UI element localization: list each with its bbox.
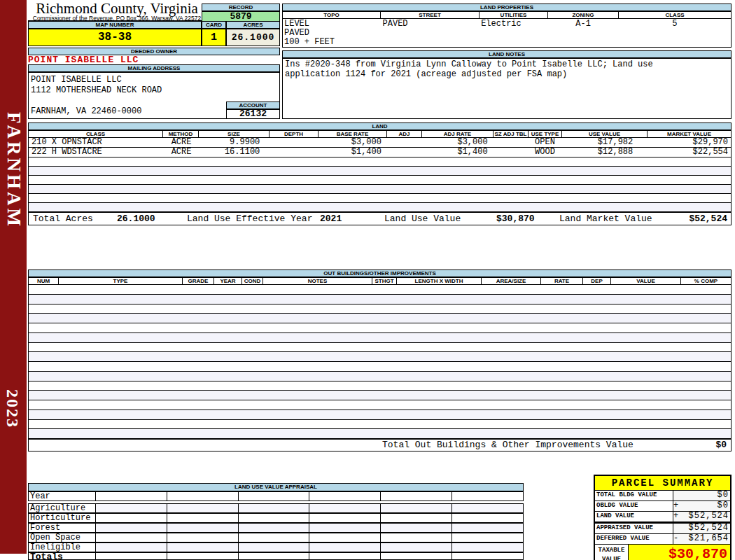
land-section-title: LAND: [28, 122, 732, 130]
land-use-value-label: Land Use Value: [384, 213, 461, 225]
out-buildings-empty-rows: [28, 285, 732, 439]
total-acres-label: Total Acres: [33, 213, 93, 225]
mailing-line: 1112 MOTHERSHEAD NECK ROAD: [31, 85, 279, 96]
appraisal-row-totals: Totals: [28, 552, 524, 560]
mailing-line: POINT ISABELLE LLC: [31, 75, 279, 85]
effective-year-value: 2021: [320, 213, 342, 225]
summary-row-land-value: LAND VALUE + $52,524: [595, 512, 730, 522]
taxable-value: $30,870: [629, 545, 730, 560]
taxable-value-label: TAXABLE VALUE: [595, 545, 629, 560]
land-table-headers: CLASS METHOD SIZE DEPTH BASE RATE ADJ AD…: [28, 130, 732, 138]
col-topo: TOPO: [282, 11, 381, 19]
land-notes-body: Ins #2020-348 from Virginia Lynn Callowa…: [282, 58, 732, 119]
appraisal-row-year: Year: [28, 491, 524, 501]
col-zoning: ZONING: [548, 11, 619, 19]
record-label: RECORD: [202, 4, 280, 11]
utilities-value: Electric: [479, 19, 548, 47]
land-totals-row: Total Acres 26.1000 Land Use Effective Y…: [28, 212, 732, 225]
property-record-card: FARNHAM 2023 Richmond County, Virginia C…: [0, 0, 735, 560]
card-value: 1: [202, 29, 226, 46]
map-number-value: 38-38: [28, 29, 202, 46]
land-table-row: 210 X OPNSTACR ACRE 9.9900 $3,000 $3,000…: [28, 138, 732, 148]
summary-row-appraised: APPRAISED VALUE $52,524: [595, 522, 730, 534]
land-properties-title: LAND PROPERTIES: [282, 4, 732, 11]
deeded-owner-value: POINT ISABELLE LLC: [28, 55, 280, 64]
land-use-value: $30,870: [496, 213, 535, 225]
col-street: STREET: [381, 11, 479, 19]
summary-row-total-bldg: TOTAL BLDG VALUE $0: [595, 491, 730, 501]
out-buildings-title: OUT BUILDINGS/OTHER IMPROVEMENTS: [28, 270, 732, 277]
street-value: PAVED: [382, 19, 480, 47]
land-empty-rows: [28, 158, 732, 212]
land-properties-values: LEVEL PAVED 100 + FEET PAVED Electric A-…: [282, 19, 732, 48]
summary-row-taxable: TAXABLE VALUE $30,870: [595, 545, 730, 560]
land-notes-title: LAND NOTES: [282, 50, 732, 58]
map-number-label: MAP NUMBER: [28, 21, 202, 29]
summary-row-deferred: DEFERRED VALUE - $21,654: [595, 534, 730, 545]
land-notes-line: application 1124 for 2021 (acreage adjus…: [285, 69, 729, 79]
acres-label: ACRES: [226, 21, 280, 29]
parcel-summary-title: PARCEL SUMMARY: [595, 476, 730, 491]
parcel-summary: PARCEL SUMMARY TOTAL BLDG VALUE $0 OBLDG…: [594, 475, 732, 560]
col-class: CLASS: [619, 11, 732, 19]
account-number: 26132: [226, 109, 280, 119]
land-notes-line: Ins #2020-348 from Virginia Lynn Callowa…: [285, 59, 729, 69]
col-utilities: UTILITIES: [479, 11, 548, 19]
land-market-value-label: Land Market Value: [559, 213, 652, 225]
out-buildings-total-label: Total Out Buildings & Other Improvements…: [382, 440, 634, 451]
summary-row-obldg: OBLDG VALUE + $0: [595, 501, 730, 512]
land-market-value: $52,524: [689, 213, 727, 225]
mailing-address-label: MAILING ADDRESS: [28, 64, 280, 72]
zoning-value: A-1: [548, 19, 619, 47]
district-name: FARNHAM: [3, 112, 24, 229]
out-buildings-total-row: Total Out Buildings & Other Improvements…: [28, 439, 732, 451]
land-properties-headers: TOPO STREET UTILITIES ZONING CLASS: [282, 11, 732, 19]
district-banner: FARNHAM 2023: [0, 0, 27, 554]
county-title: Richmond County, Virginia: [31, 1, 202, 16]
topo-values: LEVEL PAVED 100 + FEET: [283, 19, 382, 47]
land-use-appraisal-title: LAND USE VALUE APPRAISAL: [28, 483, 524, 491]
record-number: 5879: [202, 11, 280, 22]
appraisal-row-forest: Forest: [28, 523, 524, 533]
acres-value: 26.1000: [226, 29, 280, 46]
out-buildings-headers: NUM TYPE GRADE YEAR COND NOTES STHGT LEN…: [28, 277, 732, 285]
effective-year-label: Land Use Effective Year: [187, 213, 312, 225]
appraisal-row-ineligible: Ineligible: [28, 542, 524, 552]
appraisal-row-open-space: Open Space: [28, 533, 524, 542]
appraisal-row-horticulture: Horticulture: [28, 513, 524, 523]
class-value: 5: [619, 19, 732, 47]
out-buildings-total-value: $0: [715, 440, 727, 451]
total-acres-value: 26.1000: [117, 213, 155, 225]
land-table-row: 222 H WDSTACRE ACRE 16.1100 $1,400 $1,40…: [28, 148, 732, 158]
tax-year: 2023: [3, 389, 22, 428]
appraisal-row-agriculture: Agriculture: [28, 503, 524, 513]
card-label: CARD: [202, 21, 226, 29]
